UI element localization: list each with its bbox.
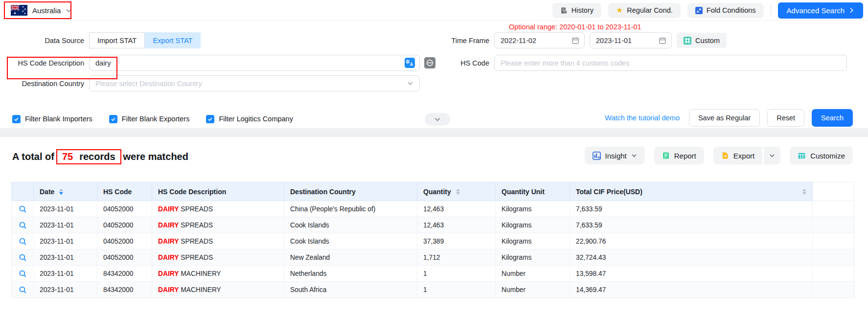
time-frame-row: Time Frame [372, 32, 727, 48]
cell-date: 2023-11-01 [34, 217, 97, 233]
col-header-spacer [813, 182, 854, 201]
table-row: 2023-11-01 04052000 DAIRY SPREADS China … [12, 201, 854, 217]
custom-range-button[interactable]: Custom [677, 33, 727, 48]
cell-quantity: 1 [417, 266, 496, 282]
table-row: 2023-11-01 84342000 DAIRY MACHINERY Neth… [12, 266, 854, 282]
cell-date: 2023-11-01 [34, 249, 97, 266]
sort-carets[interactable] [456, 189, 460, 195]
sort-carets[interactable] [802, 189, 806, 195]
cell-quantity-unit: Kilograms [496, 233, 570, 249]
table-row: 2023-11-01 04052000 DAIRY SPREADS Cook I… [12, 233, 854, 249]
col-header-hs-code: HS Code [97, 182, 152, 201]
country-name: Australia [32, 6, 61, 15]
date-end-input[interactable] [590, 32, 672, 48]
history-button[interactable]: History [552, 3, 601, 18]
cell-spacer [813, 282, 854, 298]
row-search-icon [19, 237, 27, 246]
advanced-search-button[interactable]: Advanced Search [778, 2, 863, 19]
import-stat-tab[interactable]: Import STAT [89, 32, 145, 48]
row-detail-button[interactable] [12, 282, 34, 298]
export-icon [721, 152, 729, 159]
cell-hs-code: 04052000 [97, 217, 152, 233]
hs-desc-value[interactable] [95, 59, 405, 67]
records-word: records [79, 151, 115, 162]
cell-hs-desc: DAIRY SPREADS [152, 249, 284, 266]
country-selector[interactable]: Australia [5, 2, 85, 18]
cell-quantity-unit: Kilograms [496, 217, 570, 233]
table-row: 2023-11-01 84342000 DAIRY MACHINERY Sout… [12, 282, 854, 298]
cell-spacer [813, 249, 854, 266]
regular-cond-button[interactable]: ★ Regular Cond. [608, 3, 681, 18]
keyword-highlight: DAIRY [158, 222, 179, 229]
hs-desc-label: HS Code Description [12, 59, 84, 67]
desc-rest: SPREADS [179, 254, 213, 261]
cell-quantity-unit: Number [496, 282, 570, 298]
dest-country-value[interactable] [95, 80, 407, 88]
col-header-quantity[interactable]: Quantity [417, 182, 496, 201]
hs-code-input[interactable] [494, 55, 847, 71]
optional-range-text: Optional range: 2020-01-01 to 2023-11-01 [509, 23, 641, 31]
date-start-input[interactable] [494, 32, 585, 48]
data-source-row: Data Source Import STAT Export STAT [12, 32, 201, 48]
report-button[interactable]: Report [654, 147, 704, 164]
cell-spacer [813, 201, 854, 217]
fold-conditions-button[interactable]: Fold Conditions [687, 3, 764, 18]
cell-dest-country: New Zealand [284, 249, 417, 266]
cell-hs-code: 04052000 [97, 233, 152, 249]
dest-country-select[interactable] [89, 75, 420, 91]
row-search-icon [19, 286, 27, 294]
reset-button[interactable]: Reset [767, 109, 804, 127]
cell-hs-code: 84342000 [97, 282, 152, 298]
row-detail-button[interactable] [12, 249, 34, 266]
checkbox-checked-icon [12, 115, 21, 123]
export-stat-tab[interactable]: Export STAT [145, 32, 201, 48]
date-end-value[interactable] [596, 37, 659, 45]
filter-checkbox[interactable]: Filter Logitics Company [206, 115, 293, 123]
record-count: 75 [62, 151, 73, 162]
row-search-icon [19, 205, 27, 213]
cell-quantity: 37,389 [417, 233, 496, 249]
cell-total-cif: 7,633.59 [570, 201, 813, 217]
col-header-label: Date [40, 188, 54, 196]
cell-dest-country: China (People's Republic of) [284, 201, 417, 217]
save-as-regular-button[interactable]: Save as Regular [689, 109, 760, 127]
desc-rest: SPREADS [179, 238, 213, 245]
cell-quantity: 12,463 [417, 217, 496, 233]
export-options-button[interactable] [764, 147, 780, 164]
topbar-actions: History ★ Regular Cond. Fold Conditions … [552, 2, 863, 18]
cell-hs-desc: DAIRY MACHINERY [152, 266, 284, 282]
hs-code-value[interactable] [501, 59, 842, 67]
hs-desc-input[interactable] [89, 55, 420, 71]
col-header-quantity-unit: Quantity Unit [496, 182, 570, 201]
col-header-label: Destination Country [290, 188, 356, 196]
filter-checkbox[interactable]: Filter Blank Importers [12, 115, 92, 123]
col-header-label: HS Code Description [158, 188, 226, 196]
row-detail-button[interactable] [12, 266, 34, 282]
data-source-segment: Import STAT Export STAT [89, 32, 201, 48]
filter-checkbox[interactable]: Filter Blank Exporters [109, 115, 190, 123]
export-button[interactable]: Export [713, 147, 762, 164]
col-header-date[interactable]: Date [34, 182, 97, 201]
insight-button[interactable]: BI Insight [585, 147, 645, 164]
cell-total-cif: 32,724.43 [570, 249, 813, 266]
dest-country-row: Destination Country [12, 75, 420, 91]
filter-checkbox-group: Filter Blank Importers Filter Blank Expo… [12, 113, 293, 125]
search-button[interactable]: Search [812, 109, 853, 127]
collapse-conditions-button[interactable] [425, 113, 450, 126]
row-detail-button[interactable] [12, 217, 34, 233]
row-detail-button[interactable] [12, 233, 34, 249]
cell-hs-desc: DAIRY SPREADS [152, 233, 284, 249]
cell-date: 2023-11-01 [34, 266, 97, 282]
col-header-total-cif[interactable]: Total CIF Price(USD) [570, 182, 813, 201]
sort-carets[interactable] [59, 189, 63, 195]
history-icon [560, 7, 568, 14]
dest-country-label: Destination Country [12, 80, 84, 88]
cell-quantity: 1 [417, 282, 496, 298]
customize-button[interactable]: Customize [790, 147, 853, 164]
row-detail-button[interactable] [12, 201, 34, 217]
cell-hs-code: 84342000 [97, 266, 152, 282]
calendar-icon [659, 37, 666, 45]
filter-checkbox-label: Filter Blank Importers [25, 115, 92, 123]
tutorial-demo-link[interactable]: Watch the tutorial demo [605, 114, 680, 122]
date-start-value[interactable] [501, 37, 571, 45]
